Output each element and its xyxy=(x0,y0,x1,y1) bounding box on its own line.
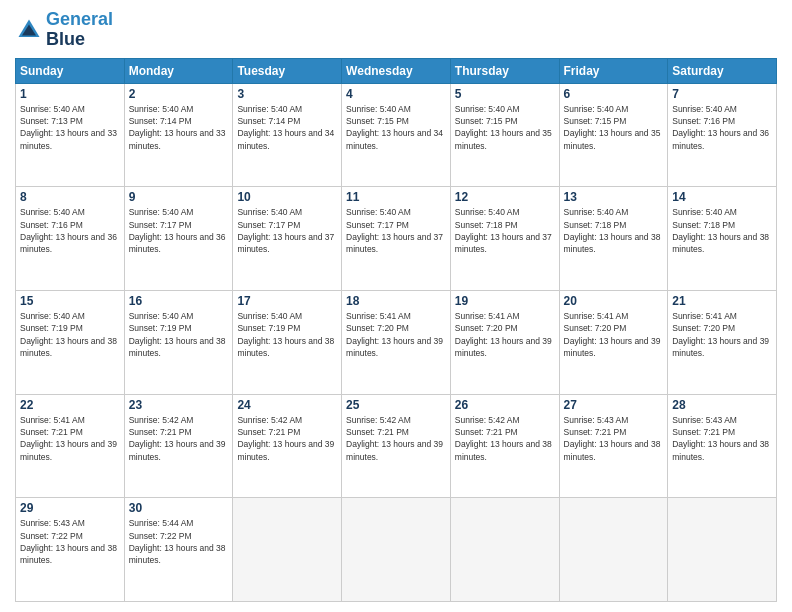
table-row: 20 Sunrise: 5:41 AM Sunset: 7:20 PM Dayl… xyxy=(559,290,668,394)
table-row: 11 Sunrise: 5:40 AM Sunset: 7:17 PM Dayl… xyxy=(342,187,451,291)
day-number: 1 xyxy=(20,87,120,101)
day-info: Sunrise: 5:42 AM Sunset: 7:21 PM Dayligh… xyxy=(346,414,446,463)
table-row: 13 Sunrise: 5:40 AM Sunset: 7:18 PM Dayl… xyxy=(559,187,668,291)
table-row: 25 Sunrise: 5:42 AM Sunset: 7:21 PM Dayl… xyxy=(342,394,451,498)
table-row: 27 Sunrise: 5:43 AM Sunset: 7:21 PM Dayl… xyxy=(559,394,668,498)
day-number: 15 xyxy=(20,294,120,308)
table-row: 30 Sunrise: 5:44 AM Sunset: 7:22 PM Dayl… xyxy=(124,498,233,602)
day-number: 25 xyxy=(346,398,446,412)
day-number: 12 xyxy=(455,190,555,204)
day-number: 14 xyxy=(672,190,772,204)
day-number: 7 xyxy=(672,87,772,101)
day-info: Sunrise: 5:40 AM Sunset: 7:19 PM Dayligh… xyxy=(20,310,120,359)
table-row: 24 Sunrise: 5:42 AM Sunset: 7:21 PM Dayl… xyxy=(233,394,342,498)
col-saturday: Saturday xyxy=(668,58,777,83)
day-info: Sunrise: 5:41 AM Sunset: 7:20 PM Dayligh… xyxy=(672,310,772,359)
table-row: 29 Sunrise: 5:43 AM Sunset: 7:22 PM Dayl… xyxy=(16,498,125,602)
day-number: 27 xyxy=(564,398,664,412)
table-row: 5 Sunrise: 5:40 AM Sunset: 7:15 PM Dayli… xyxy=(450,83,559,187)
day-number: 6 xyxy=(564,87,664,101)
col-monday: Monday xyxy=(124,58,233,83)
day-number: 20 xyxy=(564,294,664,308)
day-number: 22 xyxy=(20,398,120,412)
day-number: 10 xyxy=(237,190,337,204)
day-info: Sunrise: 5:42 AM Sunset: 7:21 PM Dayligh… xyxy=(455,414,555,463)
day-info: Sunrise: 5:41 AM Sunset: 7:20 PM Dayligh… xyxy=(455,310,555,359)
day-number: 2 xyxy=(129,87,229,101)
day-number: 30 xyxy=(129,501,229,515)
col-friday: Friday xyxy=(559,58,668,83)
table-row: 1 Sunrise: 5:40 AM Sunset: 7:13 PM Dayli… xyxy=(16,83,125,187)
day-number: 18 xyxy=(346,294,446,308)
table-row: 6 Sunrise: 5:40 AM Sunset: 7:15 PM Dayli… xyxy=(559,83,668,187)
table-row: 28 Sunrise: 5:43 AM Sunset: 7:21 PM Dayl… xyxy=(668,394,777,498)
day-info: Sunrise: 5:40 AM Sunset: 7:14 PM Dayligh… xyxy=(237,103,337,152)
day-number: 3 xyxy=(237,87,337,101)
table-row: 14 Sunrise: 5:40 AM Sunset: 7:18 PM Dayl… xyxy=(668,187,777,291)
day-info: Sunrise: 5:42 AM Sunset: 7:21 PM Dayligh… xyxy=(129,414,229,463)
table-row: 4 Sunrise: 5:40 AM Sunset: 7:15 PM Dayli… xyxy=(342,83,451,187)
day-info: Sunrise: 5:40 AM Sunset: 7:16 PM Dayligh… xyxy=(20,206,120,255)
table-row: 23 Sunrise: 5:42 AM Sunset: 7:21 PM Dayl… xyxy=(124,394,233,498)
table-row: 9 Sunrise: 5:40 AM Sunset: 7:17 PM Dayli… xyxy=(124,187,233,291)
day-info: Sunrise: 5:44 AM Sunset: 7:22 PM Dayligh… xyxy=(129,517,229,566)
day-info: Sunrise: 5:40 AM Sunset: 7:16 PM Dayligh… xyxy=(672,103,772,152)
day-info: Sunrise: 5:40 AM Sunset: 7:17 PM Dayligh… xyxy=(129,206,229,255)
logo-icon xyxy=(15,16,43,44)
table-row: 18 Sunrise: 5:41 AM Sunset: 7:20 PM Dayl… xyxy=(342,290,451,394)
table-row: 21 Sunrise: 5:41 AM Sunset: 7:20 PM Dayl… xyxy=(668,290,777,394)
day-number: 23 xyxy=(129,398,229,412)
table-row: 3 Sunrise: 5:40 AM Sunset: 7:14 PM Dayli… xyxy=(233,83,342,187)
day-info: Sunrise: 5:40 AM Sunset: 7:18 PM Dayligh… xyxy=(672,206,772,255)
day-info: Sunrise: 5:40 AM Sunset: 7:18 PM Dayligh… xyxy=(564,206,664,255)
day-info: Sunrise: 5:40 AM Sunset: 7:19 PM Dayligh… xyxy=(129,310,229,359)
day-number: 11 xyxy=(346,190,446,204)
day-info: Sunrise: 5:43 AM Sunset: 7:21 PM Dayligh… xyxy=(672,414,772,463)
col-wednesday: Wednesday xyxy=(342,58,451,83)
col-tuesday: Tuesday xyxy=(233,58,342,83)
table-row xyxy=(342,498,451,602)
table-row: 22 Sunrise: 5:41 AM Sunset: 7:21 PM Dayl… xyxy=(16,394,125,498)
day-number: 29 xyxy=(20,501,120,515)
day-number: 13 xyxy=(564,190,664,204)
table-row: 15 Sunrise: 5:40 AM Sunset: 7:19 PM Dayl… xyxy=(16,290,125,394)
day-number: 16 xyxy=(129,294,229,308)
table-row: 7 Sunrise: 5:40 AM Sunset: 7:16 PM Dayli… xyxy=(668,83,777,187)
day-info: Sunrise: 5:43 AM Sunset: 7:22 PM Dayligh… xyxy=(20,517,120,566)
table-row: 8 Sunrise: 5:40 AM Sunset: 7:16 PM Dayli… xyxy=(16,187,125,291)
day-number: 9 xyxy=(129,190,229,204)
calendar-table: Sunday Monday Tuesday Wednesday Thursday… xyxy=(15,58,777,602)
day-number: 26 xyxy=(455,398,555,412)
table-row xyxy=(559,498,668,602)
day-info: Sunrise: 5:42 AM Sunset: 7:21 PM Dayligh… xyxy=(237,414,337,463)
day-number: 5 xyxy=(455,87,555,101)
day-info: Sunrise: 5:40 AM Sunset: 7:15 PM Dayligh… xyxy=(564,103,664,152)
day-number: 21 xyxy=(672,294,772,308)
day-number: 4 xyxy=(346,87,446,101)
col-sunday: Sunday xyxy=(16,58,125,83)
calendar-header-row: Sunday Monday Tuesday Wednesday Thursday… xyxy=(16,58,777,83)
table-row: 16 Sunrise: 5:40 AM Sunset: 7:19 PM Dayl… xyxy=(124,290,233,394)
table-row xyxy=(668,498,777,602)
day-number: 17 xyxy=(237,294,337,308)
day-number: 8 xyxy=(20,190,120,204)
col-thursday: Thursday xyxy=(450,58,559,83)
table-row: 26 Sunrise: 5:42 AM Sunset: 7:21 PM Dayl… xyxy=(450,394,559,498)
table-row: 19 Sunrise: 5:41 AM Sunset: 7:20 PM Dayl… xyxy=(450,290,559,394)
day-info: Sunrise: 5:43 AM Sunset: 7:21 PM Dayligh… xyxy=(564,414,664,463)
header: General Blue xyxy=(15,10,777,50)
day-info: Sunrise: 5:40 AM Sunset: 7:15 PM Dayligh… xyxy=(455,103,555,152)
logo-text: General Blue xyxy=(46,10,113,50)
day-number: 19 xyxy=(455,294,555,308)
logo: General Blue xyxy=(15,10,113,50)
day-info: Sunrise: 5:40 AM Sunset: 7:14 PM Dayligh… xyxy=(129,103,229,152)
day-info: Sunrise: 5:40 AM Sunset: 7:13 PM Dayligh… xyxy=(20,103,120,152)
day-info: Sunrise: 5:41 AM Sunset: 7:21 PM Dayligh… xyxy=(20,414,120,463)
table-row: 10 Sunrise: 5:40 AM Sunset: 7:17 PM Dayl… xyxy=(233,187,342,291)
table-row xyxy=(233,498,342,602)
day-info: Sunrise: 5:40 AM Sunset: 7:17 PM Dayligh… xyxy=(346,206,446,255)
table-row: 2 Sunrise: 5:40 AM Sunset: 7:14 PM Dayli… xyxy=(124,83,233,187)
day-info: Sunrise: 5:40 AM Sunset: 7:18 PM Dayligh… xyxy=(455,206,555,255)
day-info: Sunrise: 5:41 AM Sunset: 7:20 PM Dayligh… xyxy=(346,310,446,359)
day-info: Sunrise: 5:40 AM Sunset: 7:19 PM Dayligh… xyxy=(237,310,337,359)
